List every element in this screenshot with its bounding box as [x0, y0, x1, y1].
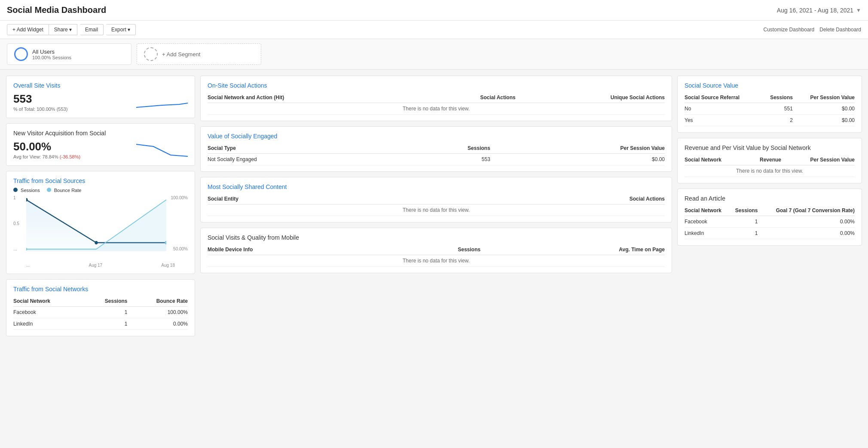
table-row: There is no data for this view.	[208, 103, 665, 115]
traffic-chart-svg	[26, 195, 166, 251]
toolbar-right: Customize Dashboard Delete Dashboard	[764, 27, 861, 33]
bounce-dot	[47, 188, 51, 192]
new-visitor-title: New Visitor Acquisition from Social	[13, 130, 188, 137]
date-range[interactable]: Aug 16, 2021 - Aug 18, 2021 ▼	[777, 7, 861, 14]
bounce-legend: Bounce Rate	[47, 188, 82, 193]
traffic-social-title: Traffic from Social Sources	[13, 177, 188, 184]
date-range-text: Aug 16, 2021 - Aug 18, 2021	[777, 7, 853, 14]
toolbar: + Add Widget Share ▾ Email Export ▾ Cust…	[0, 21, 868, 39]
revenue-per-visit-card: Revenue and Per Visit Value by Social Ne…	[677, 138, 862, 183]
sessions-dot	[13, 188, 18, 192]
traffic-networks-card: Traffic from Social Networks Social Netw…	[6, 279, 195, 336]
read-article-title: Read an Article	[685, 195, 855, 202]
on-site-social-card: On-Site Social Actions Social Network an…	[200, 76, 672, 121]
sessions-legend: Sessions	[13, 188, 40, 193]
add-widget-button[interactable]: + Add Widget	[7, 24, 49, 35]
col-social-type: Social Type	[208, 143, 401, 154]
delete-dashboard-link[interactable]: Delete Dashboard	[819, 27, 861, 33]
read-article-body: Facebook10.00%LinkedIn10.00%	[685, 216, 855, 239]
page-title: Social Media Dashboard	[7, 5, 106, 15]
traffic-networks-table: Social Network Sessions Bounce Rate Face…	[13, 296, 188, 330]
table-row: Not Socially Engaged553$0.00	[208, 154, 665, 165]
toolbar-left: + Add Widget Share ▾ Email Export ▾	[7, 24, 136, 35]
social-visits-mobile-card: Social Visits & Quality from Mobile Mobi…	[200, 228, 672, 273]
export-button[interactable]: Export ▾	[106, 24, 136, 35]
y-axis-right: 100.00% 50.00%	[171, 195, 188, 251]
y-axis-left: 1 0.5 ...	[13, 195, 19, 251]
revenue-per-visit-title: Revenue and Per Visit Value by Social Ne…	[685, 144, 855, 151]
new-visitor-change: (-36.58%)	[60, 154, 80, 159]
chart-legend: Sessions Bounce Rate	[13, 188, 188, 193]
new-visitor-card: New Visitor Acquisition from Social 50.0…	[6, 123, 195, 166]
overall-site-visits-value: 553	[13, 92, 67, 106]
col-sessions-r: Sessions	[761, 92, 792, 103]
table-row: There is no data for this view.	[208, 255, 665, 267]
table-row: LinkedIn10.00%	[13, 318, 188, 330]
col-revenue: Revenue	[746, 155, 781, 165]
social-source-value-title: Social Source Value	[685, 82, 855, 89]
value-socially-body: Not Socially Engaged553$0.00	[208, 154, 665, 165]
main-content: Overall Site Visits 553 % of Total: 100.…	[0, 70, 868, 342]
col-sessions-2: Sessions	[401, 143, 490, 154]
table-row: LinkedIn10.00%	[685, 228, 855, 239]
add-segment-button[interactable]: + Add Segment	[137, 43, 261, 65]
segment-circle-icon	[14, 47, 28, 61]
no-data-text: There is no data for this view.	[685, 165, 855, 177]
table-row: Facebook10.00%	[685, 216, 855, 228]
read-article-card: Read an Article Social Network Sessions …	[677, 189, 862, 246]
segment-label: All Users	[32, 49, 71, 55]
overall-site-visits-title: Overall Site Visits	[13, 82, 188, 89]
right-column: Social Source Value Social Source Referr…	[677, 76, 862, 336]
col-per-session: Per Session Value	[490, 143, 665, 154]
segment-sub: 100.00% Sessions	[32, 55, 71, 60]
svg-point-3	[95, 241, 98, 244]
new-visitor-sub: Avg for View: 78.84% (-36.58%)	[13, 154, 80, 159]
new-visitor-value: 50.00%	[13, 140, 80, 153]
most-shared-table: Social Entity Social Actions There is no…	[208, 194, 665, 216]
social-source-value-card: Social Source Value Social Source Referr…	[677, 76, 862, 133]
col-entity: Social Entity	[208, 194, 421, 204]
traffic-social-card: Traffic from Social Sources Sessions Bou…	[6, 171, 195, 274]
chart-wrapper: 1 0.5 ... 100.00% 50.00%	[13, 195, 188, 268]
col-social-actions-2: Social Actions	[421, 194, 665, 204]
col-network: Social Network	[13, 296, 84, 307]
value-socially-title: Value of Socially Engaged	[208, 133, 665, 140]
social-visits-mobile-table: Mobile Device Info Sessions Avg. Time on…	[208, 244, 665, 267]
email-button[interactable]: Email	[80, 24, 104, 35]
col-unique-actions: Unique Social Actions	[516, 92, 665, 103]
all-users-segment[interactable]: All Users 100.00% Sessions	[7, 43, 131, 65]
customize-dashboard-link[interactable]: Customize Dashboard	[764, 27, 815, 33]
col-bounce: Bounce Rate	[128, 296, 188, 307]
share-button[interactable]: Share ▾	[49, 24, 77, 35]
social-source-body: No551$0.00Yes2$0.00	[685, 103, 855, 126]
segment-text: All Users 100.00% Sessions	[32, 49, 71, 60]
social-visits-mobile-title: Social Visits & Quality from Mobile	[208, 234, 665, 241]
overall-site-visits-sub: % of Total: 100.00% (553)	[13, 107, 67, 112]
table-row: There is no data for this view.	[685, 165, 855, 177]
col-action: Social Network and Action (Hit)	[208, 92, 418, 103]
col-per-session-2: Per Session Value	[781, 155, 855, 165]
no-data-text: There is no data for this view.	[208, 255, 665, 267]
date-range-chevron-icon: ▼	[856, 7, 861, 13]
col-device: Mobile Device Info	[208, 244, 389, 255]
most-shared-card: Most Socially Shared Content Social Enti…	[200, 177, 672, 222]
left-column: Overall Site Visits 553 % of Total: 100.…	[6, 76, 195, 336]
most-shared-title: Most Socially Shared Content	[208, 183, 665, 190]
overall-site-visits-card: Overall Site Visits 553 % of Total: 100.…	[6, 76, 195, 118]
col-network-r: Social Network	[685, 155, 746, 165]
col-sessions-a: Sessions	[730, 205, 758, 216]
col-per-session-r: Per Session Value	[793, 92, 855, 103]
on-site-social-table: Social Network and Action (Hit) Social A…	[208, 92, 665, 115]
col-sessions: Sessions	[84, 296, 128, 307]
table-row: Facebook1100.00%	[13, 307, 188, 318]
value-socially-table: Social Type Sessions Per Session Value N…	[208, 143, 665, 165]
col-sessions-3: Sessions	[389, 244, 480, 255]
add-segment-label: + Add Segment	[162, 51, 200, 58]
segment-bar: All Users 100.00% Sessions + Add Segment	[0, 39, 868, 70]
traffic-networks-title: Traffic from Social Networks	[13, 286, 188, 293]
add-segment-circle-icon	[144, 47, 158, 61]
table-row: Yes2$0.00	[685, 115, 855, 126]
value-socially-card: Value of Socially Engaged Social Type Se…	[200, 126, 672, 172]
no-data-text: There is no data for this view.	[208, 103, 665, 115]
col-referral: Social Source Referral	[685, 92, 761, 103]
